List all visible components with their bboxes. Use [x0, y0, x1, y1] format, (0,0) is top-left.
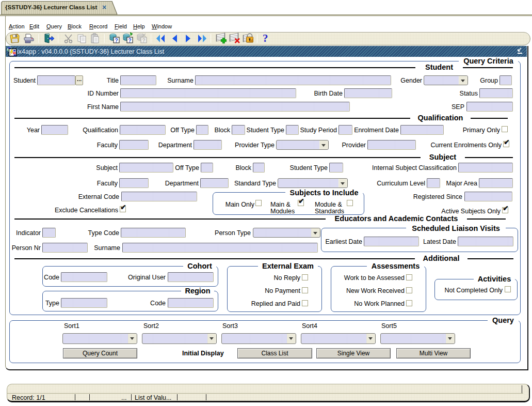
svg-text:?: ? — [128, 38, 131, 43]
svg-text:?: ? — [115, 38, 118, 43]
svg-text:?: ? — [142, 38, 145, 43]
